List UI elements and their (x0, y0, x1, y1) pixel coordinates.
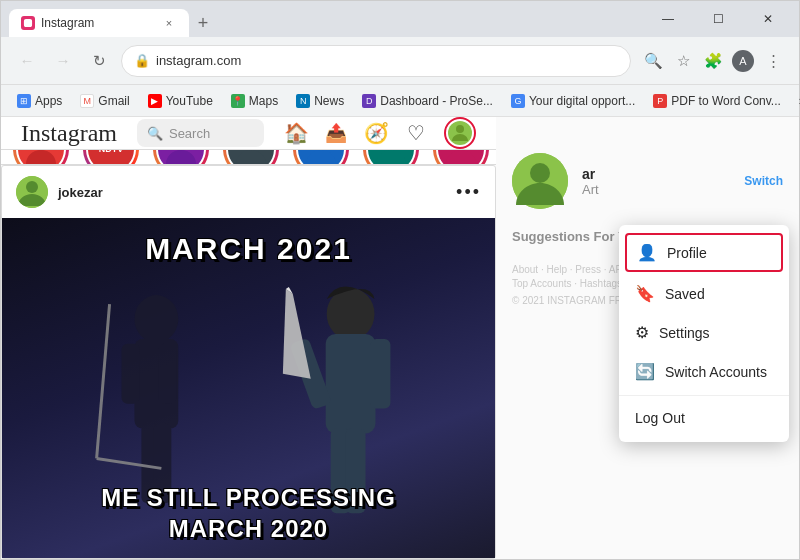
story-item-5[interactable]: user5 (293, 150, 349, 165)
bookmark-dashboard-label: Dashboard - ProSe... (380, 94, 493, 108)
story-ring-ndtv: NDTV (83, 150, 139, 165)
more-bookmarks-button[interactable]: » (791, 91, 800, 111)
svg-point-26 (530, 163, 550, 183)
post-bottom-line1: ME STILL PROCESSING (101, 484, 396, 511)
sidebar-switch-button[interactable]: Switch (744, 174, 783, 188)
story-item[interactable]: user1 (13, 150, 69, 165)
bookmark-maps-label: Maps (249, 94, 278, 108)
bookmark-youtube-label: YouTube (166, 94, 213, 108)
page-content: Instagram 🔍 Search 🏠 📤 🧭 ♡ (1, 117, 799, 559)
user-profile-icon[interactable]: A (729, 47, 757, 75)
youtube-favicon: ▶ (148, 94, 162, 108)
news-favicon: N (296, 94, 310, 108)
menu-icon[interactable]: ⋮ (759, 47, 787, 75)
extensions-icon[interactable]: 🧩 (699, 47, 727, 75)
bookmark-apps[interactable]: ⊞ Apps (9, 91, 70, 111)
url-bar[interactable]: 🔒 instagram.com (121, 45, 631, 77)
lock-icon: 🔒 (134, 53, 150, 68)
bookmark-news[interactable]: N News (288, 91, 352, 111)
tab-title: Instagram (41, 16, 155, 30)
title-bar: Instagram × + — ☐ ✕ (1, 1, 799, 37)
story-avatar-3 (156, 150, 206, 165)
dropdown-settings-item[interactable]: ⚙ Settings (619, 313, 789, 352)
bookmark-star-icon[interactable]: ☆ (669, 47, 697, 75)
active-tab[interactable]: Instagram × (9, 9, 189, 37)
new-tab-button[interactable]: + (189, 9, 217, 37)
story-item-7[interactable]: user7 (433, 150, 489, 165)
sidebar-name: Art (582, 182, 599, 197)
tab-close-button[interactable]: × (161, 15, 177, 31)
story-item-4[interactable]: user4 (223, 150, 279, 165)
tab-favicon (21, 16, 35, 30)
profile-icon[interactable] (444, 117, 476, 149)
share-icon[interactable]: 📤 (324, 121, 348, 145)
dropdown-menu: 👤 Profile 🔖 Saved ⚙ Settings 🔄 Switch Ac… (619, 225, 789, 442)
story-ring-4 (223, 150, 279, 165)
minimize-button[interactable]: — (645, 1, 691, 37)
refresh-button[interactable]: ↻ (85, 47, 113, 75)
svg-point-0 (456, 125, 464, 133)
story-item-3[interactable]: user3 (153, 150, 209, 165)
svg-point-9 (134, 295, 178, 343)
story-avatar-5 (296, 150, 346, 165)
maps-favicon: 📍 (231, 94, 245, 108)
svg-line-15 (97, 304, 110, 458)
dropdown-saved-label: Saved (665, 286, 705, 302)
dropdown-saved-item[interactable]: 🔖 Saved (619, 274, 789, 313)
post-image: MARCH 2021 ME STILL PROCESSING MARCH 202… (2, 218, 495, 558)
instagram-main: Instagram 🔍 Search 🏠 📤 🧭 ♡ (1, 117, 496, 559)
heart-icon[interactable]: ♡ (404, 121, 428, 145)
svg-rect-20 (371, 339, 391, 409)
story-item-6[interactable]: user6 (363, 150, 419, 165)
post-avatar (16, 176, 48, 208)
settings-dropdown-icon: ⚙ (635, 323, 649, 342)
dropdown-profile-item[interactable]: 👤 Profile (625, 233, 783, 272)
story-ring-3 (153, 150, 209, 165)
search-icon[interactable]: 🔍 (639, 47, 667, 75)
compass-icon[interactable]: 🧭 (364, 121, 388, 145)
post-header: jokezar ••• (2, 166, 495, 218)
svg-rect-12 (158, 344, 176, 404)
bookmark-gmail[interactable]: M Gmail (72, 91, 137, 111)
bookmark-pdf-label: PDF to Word Conv... (671, 94, 781, 108)
switch-dropdown-icon: 🔄 (635, 362, 655, 381)
gmail-favicon: M (80, 94, 94, 108)
tab-area: Instagram × + (9, 1, 639, 37)
story-ring (13, 150, 69, 165)
close-button[interactable]: ✕ (745, 1, 791, 37)
toolbar-icons: 🔍 ☆ 🧩 A ⋮ (639, 47, 787, 75)
profile-dropdown-icon: 👤 (637, 243, 657, 262)
story-avatar-7 (436, 150, 486, 165)
home-icon[interactable]: 🏠 (284, 121, 308, 145)
story-item-ndtv[interactable]: NDTV NDTV (83, 150, 139, 165)
maximize-button[interactable]: ☐ (695, 1, 741, 37)
back-button[interactable]: ← (13, 47, 41, 75)
dropdown-switch-item[interactable]: 🔄 Switch Accounts (619, 352, 789, 391)
dashboard-favicon: D (362, 94, 376, 108)
url-text: instagram.com (156, 53, 241, 68)
post-more-button[interactable]: ••• (456, 182, 481, 203)
instagram-nav-icons: 🏠 📤 🧭 ♡ (284, 117, 476, 149)
svg-rect-11 (122, 344, 140, 404)
forward-button[interactable]: → (49, 47, 77, 75)
sidebar-user-info: ar Art (582, 166, 599, 197)
post: jokezar ••• (1, 165, 496, 559)
story-avatar-4 (226, 150, 276, 165)
story-avatar-ndtv: NDTV (86, 150, 136, 165)
story-avatar (16, 150, 66, 165)
search-bar[interactable]: 🔍 Search (137, 119, 264, 147)
story-ring-7 (433, 150, 489, 165)
bookmark-google-label: Your digital opport... (529, 94, 635, 108)
bookmark-news-label: News (314, 94, 344, 108)
bookmark-maps[interactable]: 📍 Maps (223, 91, 286, 111)
bookmark-dashboard[interactable]: D Dashboard - ProSe... (354, 91, 501, 111)
instagram-header: Instagram 🔍 Search 🏠 📤 🧭 ♡ (1, 117, 496, 150)
dropdown-logout-item[interactable]: Log Out (619, 400, 789, 436)
post-username: jokezar (58, 185, 446, 200)
dropdown-settings-label: Settings (659, 325, 710, 341)
bookmark-pdf[interactable]: P PDF to Word Conv... (645, 91, 789, 111)
address-bar: ← → ↻ 🔒 instagram.com 🔍 ☆ 🧩 A ⋮ (1, 37, 799, 85)
story-avatar-6 (366, 150, 416, 165)
bookmark-google[interactable]: G Your digital opport... (503, 91, 643, 111)
bookmark-youtube[interactable]: ▶ YouTube (140, 91, 221, 111)
